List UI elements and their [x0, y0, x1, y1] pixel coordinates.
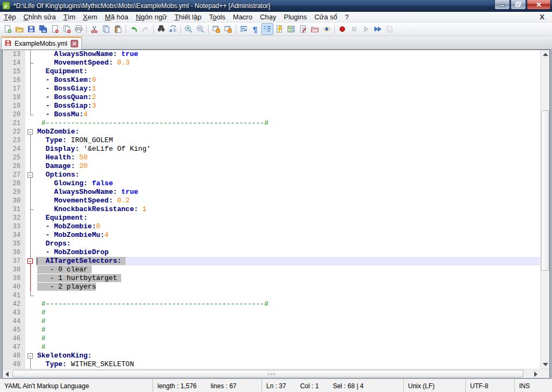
find-icon[interactable]	[155, 23, 167, 35]
close-button[interactable]	[527, 0, 551, 10]
code-line[interactable]: Equipment:	[36, 214, 540, 222]
cut-icon[interactable]	[88, 23, 100, 35]
code-line[interactable]: KnockbackResistance: 1	[36, 205, 540, 214]
menu-item-chinh-sua[interactable]: Chỉnh sửa	[19, 12, 59, 22]
code-line[interactable]: MovementSpeed: 0.3	[36, 59, 540, 67]
save-icon[interactable]	[25, 23, 37, 35]
doc-list-icon[interactable]	[297, 23, 309, 35]
status-encoding[interactable]: UTF-8	[466, 379, 515, 392]
horizontal-scroll-thumb[interactable]	[12, 370, 523, 377]
code-line[interactable]: Drops:	[36, 240, 540, 248]
close-all-icon[interactable]	[61, 23, 73, 35]
code-line[interactable]: - BossKiem:0	[36, 76, 540, 85]
code-line[interactable]: Type: WITHER_SKELETON	[36, 360, 540, 369]
code-line[interactable]: Display: '&eLife Of King'	[36, 145, 540, 153]
menu-item-ma-hoa[interactable]: Mã hóa	[101, 12, 132, 22]
code-line[interactable]: Equipment:	[36, 67, 540, 76]
code-line[interactable]: - BossQuan:2	[36, 93, 540, 102]
code-line[interactable]: MovementSpeed: 0.2	[36, 197, 540, 205]
close-document-x[interactable]: X	[537, 13, 547, 21]
scroll-right-arrow[interactable]	[534, 372, 537, 377]
code-line[interactable]: #---------------------------------------…	[36, 300, 540, 309]
horizontal-scrollbar[interactable]	[3, 369, 549, 378]
menu-item-tools[interactable]: Tools	[205, 12, 229, 22]
scroll-up-arrow[interactable]	[543, 53, 548, 56]
replace-icon[interactable]: ab	[167, 23, 179, 35]
menu-item-chay[interactable]: Chạy	[256, 12, 280, 22]
code-line[interactable]: - MobZombieDrop	[36, 248, 540, 257]
code-line[interactable]: - BossGiap:3	[36, 102, 540, 110]
vertical-scroll-thumb[interactable]	[541, 110, 549, 271]
open-folder-icon[interactable]	[13, 23, 25, 35]
vertical-scrollbar[interactable]	[540, 50, 549, 369]
scroll-down-arrow[interactable]	[543, 363, 548, 366]
code-line[interactable]: - MobZombie:0	[36, 222, 540, 231]
udl-dialog-icon[interactable]	[273, 23, 285, 35]
code-line[interactable]	[36, 291, 540, 300]
print-icon[interactable]	[73, 23, 85, 35]
menu-item-ngon-ngu[interactable]: Ngôn ngữ	[132, 12, 171, 22]
show-all-chars-icon[interactable]: ¶	[250, 23, 261, 35]
code-line[interactable]: SkeletonKing:	[36, 352, 540, 360]
code-line[interactable]: Options:	[36, 171, 540, 179]
sync-scroll-h-icon[interactable]	[222, 23, 234, 35]
status-insert-mode[interactable]: INS	[515, 379, 552, 392]
code-area[interactable]: 13 AlwaysShowName: true14 MovementSpeed:…	[3, 50, 540, 369]
menu-item-cua-so[interactable]: Cửa sổ	[310, 12, 341, 22]
status-eol-format[interactable]: Unix (LF)	[404, 379, 466, 392]
word-wrap-icon[interactable]	[238, 23, 250, 35]
code-line[interactable]: #---------------------------------------…	[36, 119, 540, 128]
menu-item-tep[interactable]: Tệp	[0, 12, 19, 22]
copy-icon[interactable]	[100, 23, 112, 35]
code-line[interactable]: - BossMu:4	[36, 110, 540, 119]
menu-item-tim[interactable]: Tìm	[59, 12, 79, 22]
menu-item-plugins[interactable]: Plugins	[280, 12, 311, 22]
macro-play-icon[interactable]	[360, 23, 372, 35]
restore-button[interactable]	[510, 0, 526, 10]
save-all-icon[interactable]	[37, 23, 49, 35]
new-file-icon[interactable]	[2, 23, 13, 35]
code-line[interactable]: - MobZombieMu:4	[36, 231, 540, 240]
tab-examplemobs[interactable]: ExampleMobs.yml	[1, 37, 82, 50]
fold-collapse-icon[interactable]	[25, 128, 36, 136]
code-line[interactable]: Health: 50	[36, 153, 540, 162]
paste-icon[interactable]	[112, 23, 124, 35]
macro-record-icon[interactable]	[336, 23, 348, 35]
fold-collapse-icon[interactable]	[25, 257, 36, 265]
code-line[interactable]: MobZombie:	[36, 128, 540, 136]
code-line[interactable]: #	[36, 309, 540, 317]
doc-map-icon[interactable]	[285, 23, 297, 35]
code-line[interactable]: #	[36, 326, 540, 334]
tab-close-icon[interactable]	[71, 40, 78, 47]
minimize-button[interactable]	[494, 0, 510, 10]
code-line[interactable]: AlwaysShowName: true	[36, 188, 540, 197]
menu-item-help[interactable]: ?	[341, 12, 353, 22]
menu-item-xem[interactable]: Xem	[79, 12, 101, 22]
fold-collapse-icon[interactable]	[25, 171, 36, 179]
zoom-out-icon[interactable]	[195, 23, 206, 35]
code-line[interactable]: Damage: 20	[36, 162, 540, 171]
code-line[interactable]: Glowing: false	[36, 179, 540, 188]
zoom-in-icon[interactable]	[183, 23, 195, 35]
fold-collapse-icon[interactable]	[25, 352, 36, 360]
code-line[interactable]: #	[36, 317, 540, 326]
folder-workspace-icon[interactable]	[309, 23, 321, 35]
code-line[interactable]: AITargetSelectors:	[36, 257, 540, 265]
code-line[interactable]: AlwaysShowName: true	[36, 50, 540, 59]
close-doc-icon[interactable]	[49, 23, 61, 35]
menu-item-macro[interactable]: Macro	[229, 12, 256, 22]
macro-run-multiple-icon[interactable]	[372, 23, 384, 35]
monitor-eye-icon[interactable]	[321, 23, 333, 35]
code-line[interactable]: #	[36, 334, 540, 343]
undo-icon[interactable]	[128, 23, 140, 35]
menu-item-thiet-lap[interactable]: Thiết lập	[171, 12, 205, 22]
code-line[interactable]: - BossGiay:1	[36, 85, 540, 93]
code-line[interactable]: #	[36, 343, 540, 352]
code-line[interactable]: - 1 hurtbytarget	[36, 274, 540, 283]
sync-scroll-v-icon[interactable]	[210, 23, 222, 35]
scroll-left-arrow[interactable]	[5, 372, 9, 377]
code-line[interactable]: - 2 players	[36, 283, 540, 291]
code-line[interactable]: - 0 clear	[36, 265, 540, 274]
code-line[interactable]: Type: IRON_GOLEM	[36, 136, 540, 145]
indent-guide-icon[interactable]	[261, 23, 273, 35]
